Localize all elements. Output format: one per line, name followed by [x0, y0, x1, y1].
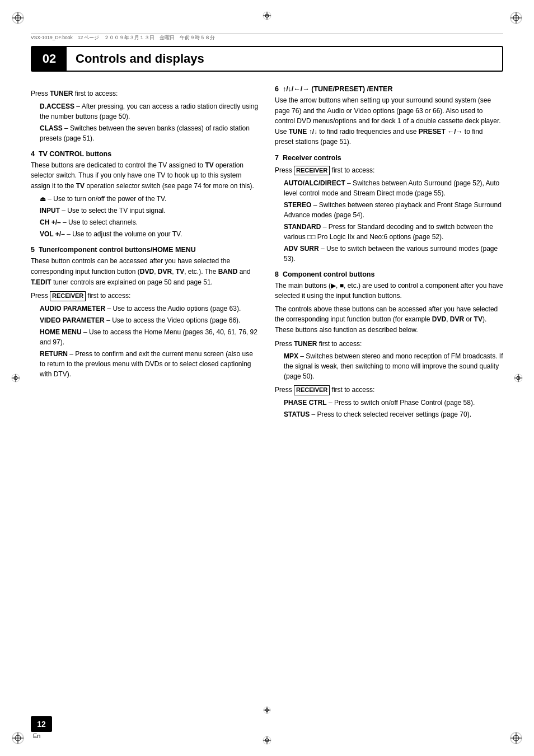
footer: 12 En — [31, 716, 52, 739]
page-lang: En — [31, 732, 40, 739]
stereo-label: STEREO — [284, 201, 311, 209]
sec8-heading: 8 Component control buttons — [275, 270, 503, 278]
stereo-para: STEREO – Switches between stereo playbac… — [284, 200, 503, 220]
mid-cross-bottom — [262, 705, 272, 717]
class-para: CLASS – Switches between the seven banks… — [40, 123, 259, 143]
mid-mark-right — [513, 372, 524, 384]
mid-mark-top — [261, 10, 273, 21]
sec5-heading: 5 Tuner/component control buttons/HOME M… — [31, 246, 259, 254]
auto-alc-label: AUTO/ALC/DIRECT — [284, 179, 345, 187]
chapter-header: 02 Controls and displays — [31, 46, 503, 72]
corner-mark-bl — [10, 730, 26, 746]
tv-ch-para: CH +/– – Use to select channels. — [40, 217, 259, 227]
sec8-para2: The controls above these buttons can be … — [275, 304, 503, 335]
phase-ctrl-label: PHASE CTRL — [284, 399, 327, 407]
audio-param-para: AUDIO PARAMETER – Use to access the Audi… — [40, 304, 259, 314]
content-area: Press TUNER first to access: D.ACCESS – … — [31, 85, 503, 711]
status-para: STATUS – Press to check selected receive… — [284, 409, 503, 419]
receiver-3-block: PHASE CTRL – Press to switch on/off Phas… — [275, 398, 503, 419]
sec7-heading: 7 Receiver controls — [275, 154, 503, 162]
corner-mark-tr — [508, 10, 524, 26]
press-receiver-3: Press RECEIVER first to access: — [275, 385, 503, 395]
tuner-bold: TUNER — [50, 90, 73, 97]
video-param-label: VIDEO PARAMETER — [40, 316, 105, 324]
receiver-box-3: RECEIVER — [294, 385, 330, 395]
d-access-label: D.ACCESS — [40, 102, 74, 110]
auto-alc-para: AUTO/ALC/DIRECT – Switches between Auto … — [284, 178, 503, 198]
adv-surr-para: ADV SURR – Use to switch between the var… — [284, 244, 503, 264]
audio-param-label: AUDIO PARAMETER — [40, 305, 105, 312]
sec6-para: Use the arrow buttons when setting up yo… — [275, 95, 503, 147]
phase-ctrl-para: PHASE CTRL – Press to switch on/off Phas… — [284, 398, 503, 408]
class-label: CLASS — [40, 124, 63, 132]
receiver-box-1: RECEIVER — [50, 291, 86, 301]
sec6-heading: 6 ↑/↓/←/→ (TUNE/PRESET) /ENTER — [275, 85, 503, 93]
mpx-para: MPX – Switches between stereo and mono r… — [284, 351, 503, 381]
press-receiver-2: Press RECEIVER first to access: — [275, 165, 503, 176]
chapter-number: 02 — [32, 47, 67, 71]
tv-ch-label: CH +/– — [40, 218, 61, 226]
corner-mark-tl — [10, 10, 26, 26]
adv-surr-label: ADV SURR — [284, 245, 319, 253]
receiver-controls-2-block: AUTO/ALC/DIRECT – Switches between Auto … — [275, 178, 503, 264]
receiver-box-2: RECEIVER — [294, 166, 330, 175]
left-column: Press TUNER first to access: D.ACCESS – … — [31, 85, 259, 711]
tv-vol-para: VOL +/– – Use to adjust the volume on yo… — [40, 229, 259, 239]
video-param-para: VIDEO PARAMETER – Use to access the Vide… — [40, 315, 259, 325]
tuner-2-block: MPX – Switches between stereo and mono r… — [275, 351, 503, 381]
press-receiver-1: Press RECEIVER first to access: — [31, 291, 259, 301]
sec5-para1: These button controls can be accessed af… — [31, 256, 259, 287]
sec8-para1: The main buttons (▶, ■, etc.) are used t… — [275, 281, 503, 301]
mid-mark-left — [10, 372, 21, 384]
d-access-para: D.ACCESS – After pressing, you can acces… — [40, 101, 259, 122]
chapter-title: Controls and displays — [76, 52, 204, 66]
standard-label: STANDARD — [284, 223, 321, 231]
status-label: STATUS — [284, 410, 310, 418]
page-number-badge: 12 — [31, 716, 52, 732]
d-access-block: D.ACCESS – After pressing, you can acces… — [31, 101, 259, 143]
sec4-para1: These buttons are dedicated to control t… — [31, 160, 259, 192]
tv-controls-block: ⏏ – Use to turn on/off the power of the … — [31, 194, 259, 239]
header-bar: VSX-1019_DF.book 12 ページ ２００９年３月１３日 金曜日 午… — [31, 34, 503, 41]
mid-mark-bottom — [261, 735, 273, 746]
tv-input-para: INPUT – Use to select the TV input signa… — [40, 206, 259, 216]
tv-input-label: INPUT — [40, 207, 60, 214]
tv-power-para: ⏏ – Use to turn on/off the power of the … — [40, 194, 259, 204]
receiver-controls-block: AUDIO PARAMETER – Use to access the Audi… — [31, 304, 259, 379]
home-menu-label: HOME MENU — [40, 328, 82, 336]
tuner-bold-2: TUNER — [294, 340, 317, 348]
tv-vol-label: VOL +/– — [40, 230, 65, 238]
corner-mark-br — [508, 730, 524, 746]
press-tuner-line: Press TUNER first to access: — [31, 88, 259, 99]
mpx-label: MPX — [284, 352, 298, 360]
home-menu-para: HOME MENU – Use to access the Home Menu … — [40, 327, 259, 347]
return-para: RETURN – Press to confirm and exit the c… — [40, 349, 259, 379]
header-bar-text: VSX-1019_DF.book 12 ページ ２００９年３月１３日 金曜日 午… — [31, 35, 215, 41]
sec4-heading: 4 TV CONTROL buttons — [31, 150, 259, 158]
standard-para: STANDARD – Press for Standard decoding a… — [284, 222, 503, 242]
press-tuner-2: Press TUNER first to access: — [275, 339, 503, 349]
return-label: RETURN — [40, 350, 68, 358]
right-column: 6 ↑/↓/←/→ (TUNE/PRESET) /ENTER Use the a… — [275, 85, 503, 711]
